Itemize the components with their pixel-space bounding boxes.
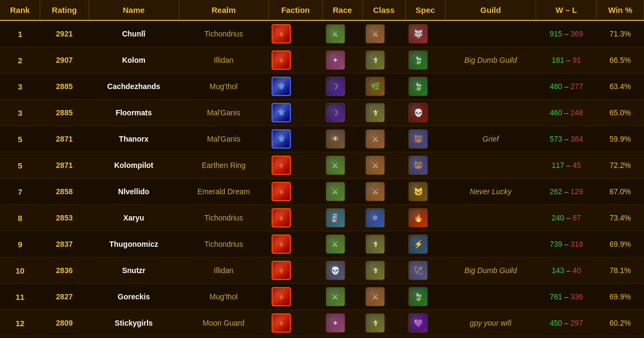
wl-cell: 143 – 40 bbox=[536, 258, 597, 284]
rank-cell: 1 bbox=[0, 20, 40, 47]
col-race: Race bbox=[323, 0, 362, 20]
wl-cell: 244 – 158 bbox=[536, 336, 597, 339]
rating-cell: 2907 bbox=[40, 47, 89, 74]
faction-icon-cell: ♦ bbox=[268, 205, 323, 231]
realm-cell: Mug'thol bbox=[179, 284, 268, 310]
table-row: 9 2837 Thugonomicz Tichondrius ♦ ⚔ 🗡 ⚡ 7… bbox=[0, 231, 644, 258]
rank-cell: 5 bbox=[0, 152, 40, 179]
guild-cell: is kinda like god bbox=[445, 336, 536, 339]
rank-cell: 10 bbox=[0, 258, 40, 284]
name-cell[interactable]: Floormats bbox=[89, 100, 179, 126]
dash: – bbox=[564, 135, 570, 143]
name-cell[interactable]: Thugonomicz bbox=[89, 231, 179, 258]
spec-icon-cell: ⚡ bbox=[405, 231, 445, 258]
race-icon-cell: ☽ bbox=[323, 74, 362, 100]
dash: – bbox=[564, 187, 570, 196]
rank-cell: 3 bbox=[0, 74, 40, 100]
class-icon-cell: ❄ bbox=[362, 205, 405, 231]
dash: – bbox=[566, 266, 573, 275]
col-name: Name bbox=[89, 0, 179, 20]
name-cell[interactable]: Chunlî bbox=[89, 20, 179, 47]
winpct-cell: 73.4% bbox=[597, 205, 644, 231]
name-cell[interactable]: Snutzr bbox=[89, 258, 179, 284]
faction-icon-cell: ⚜ bbox=[268, 74, 323, 100]
rank-cell: 3 bbox=[0, 100, 40, 126]
faction-icon-cell: ♦ bbox=[268, 179, 323, 205]
faction-icon-cell: ♦ bbox=[268, 152, 323, 179]
rating-cell: 2885 bbox=[40, 100, 89, 126]
wl-cell: 573 – 384 bbox=[536, 126, 597, 152]
losses: 277 bbox=[570, 82, 583, 91]
name-cell[interactable]: Cachdezhands bbox=[89, 74, 179, 100]
wl-cell: 450 – 297 bbox=[536, 310, 597, 336]
race-icon-cell: ⚔ bbox=[323, 179, 362, 205]
name-cell[interactable]: Kolompilot bbox=[89, 152, 179, 179]
table-row: 3 2885 Cachdezhands Mug'thol ⚜ ☽ 🌿 🍃 480… bbox=[0, 74, 644, 100]
name-cell[interactable]: Toonah bbox=[89, 336, 179, 339]
losses: 369 bbox=[570, 30, 583, 38]
header-row: Rank Rating Name Realm Faction Race Clas… bbox=[0, 0, 644, 20]
name-cell[interactable]: Goreckis bbox=[89, 284, 179, 310]
guild-cell: Big Dumb Guild bbox=[445, 258, 536, 284]
race-icon-cell: ⚔ bbox=[323, 152, 362, 179]
guild-cell bbox=[445, 20, 536, 47]
class-icon-cell: 🌿 bbox=[362, 74, 405, 100]
race-icon-cell: ☽ bbox=[323, 100, 362, 126]
wins: 915 bbox=[550, 30, 562, 38]
wins: 262 bbox=[550, 187, 562, 196]
wl-cell: 262 – 129 bbox=[536, 179, 597, 205]
wins: 240 bbox=[552, 214, 564, 222]
col-rating: Rating bbox=[40, 0, 89, 20]
rating-cell: 2871 bbox=[40, 152, 89, 179]
name-cell[interactable]: Xaryu bbox=[89, 205, 179, 231]
winpct-cell: 69.9% bbox=[597, 284, 644, 310]
rating-cell: 2836 bbox=[40, 258, 89, 284]
rank-cell: 7 bbox=[0, 179, 40, 205]
rank-cell: 11 bbox=[0, 284, 40, 310]
wins: 480 bbox=[550, 82, 562, 91]
name-cell[interactable]: Thanorx bbox=[89, 126, 179, 152]
spec-icon-cell: 🐺 bbox=[405, 20, 445, 47]
table-row: 11 2827 Goreckis Mug'thol ♦ ⚔ ⚔ 🍃 781 – … bbox=[0, 284, 644, 310]
rating-cell: 2809 bbox=[40, 310, 89, 336]
table-row: 2 2907 Kolom Illidan ♦ ✦ 🗡 🍃 Big Dumb Gu… bbox=[0, 47, 644, 74]
realm-cell: Mal'Ganis bbox=[179, 100, 268, 126]
table-row: 12 2809 Stickygirls Moon Guard ♦ ✦ 🗡 💜 g… bbox=[0, 310, 644, 336]
race-icon-cell: ✦ bbox=[323, 310, 362, 336]
rating-cell: 2885 bbox=[40, 74, 89, 100]
winpct-cell: 71.3% bbox=[597, 20, 644, 47]
table-row: 3 2885 Floormats Mal'Ganis ⚜ ☽ 🗡 💀 460 –… bbox=[0, 100, 644, 126]
winpct-cell: 65.0% bbox=[597, 100, 644, 126]
realm-cell: Illidan bbox=[179, 47, 268, 74]
name-cell[interactable]: Stickygirls bbox=[89, 310, 179, 336]
wl-cell: 117 – 45 bbox=[536, 152, 597, 179]
col-faction: Faction bbox=[268, 0, 323, 20]
losses: 40 bbox=[573, 266, 581, 275]
spec-icon-cell: 🐻 bbox=[405, 152, 445, 179]
class-icon-cell: ⚔ bbox=[362, 284, 405, 310]
wins: 781 bbox=[550, 292, 562, 301]
name-cell[interactable]: Nlvellido bbox=[89, 179, 179, 205]
wl-cell: 739 – 318 bbox=[536, 231, 597, 258]
guild-cell: Grief bbox=[445, 126, 536, 152]
name-cell[interactable]: Kolom bbox=[89, 47, 179, 74]
wins: 739 bbox=[550, 240, 562, 248]
table-row: 8 2853 Xaryu Tichondrius ♦ 🗿 ❄ 🔥 240 – 8… bbox=[0, 205, 644, 231]
class-icon-cell: ⚔ bbox=[362, 152, 405, 179]
col-realm: Realm bbox=[179, 0, 268, 20]
realm-cell: Illidan bbox=[179, 258, 268, 284]
rating-cell: 2871 bbox=[40, 126, 89, 152]
table-row: 12 2809 Toonah Area 52 ♦ ⚔ ⚔ 🐾 is kinda … bbox=[0, 336, 644, 339]
rating-cell: 2921 bbox=[40, 20, 89, 47]
rank-cell: 2 bbox=[0, 47, 40, 74]
winpct-cell: 72.2% bbox=[597, 152, 644, 179]
class-icon-cell: 🗡 bbox=[362, 100, 405, 126]
spec-icon-cell: 🍃 bbox=[405, 47, 445, 74]
losses: 87 bbox=[573, 214, 581, 222]
spec-icon-cell: 💜 bbox=[405, 310, 445, 336]
losses: 297 bbox=[570, 319, 583, 327]
losses: 129 bbox=[570, 187, 583, 196]
faction-icon-cell: ⚜ bbox=[268, 100, 323, 126]
class-icon-cell: ⚔ bbox=[362, 20, 405, 47]
losses: 336 bbox=[570, 292, 583, 301]
